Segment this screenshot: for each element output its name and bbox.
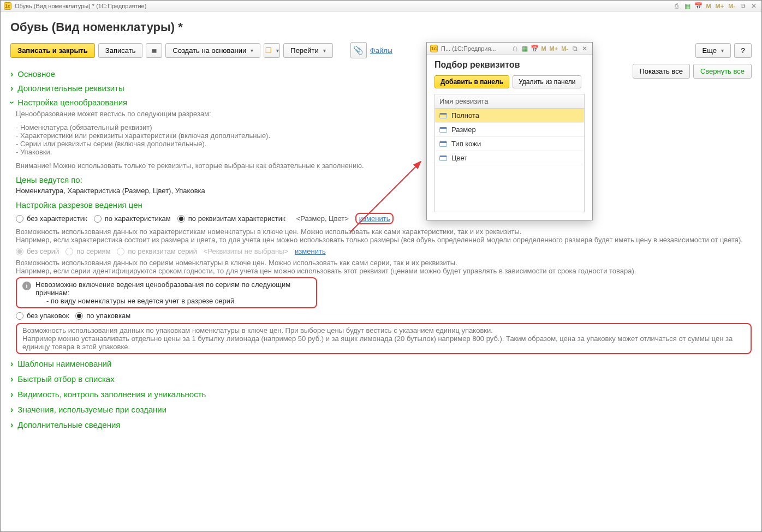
item-icon	[439, 113, 447, 118]
print-icon[interactable]: ⎙	[672, 2, 681, 10]
series-error-head: Невозможно включение ведения ценообразов…	[35, 280, 311, 297]
files-link[interactable]: Файлы	[370, 46, 392, 55]
titlebar: 1c Обувь (Вид номенклатуры) * (1С:Предпр…	[1, 1, 761, 11]
attach-button[interactable]: 📎	[350, 42, 367, 58]
radio-series-props: по реквизитам серий	[117, 247, 197, 255]
popup-mplus[interactable]: M+	[549, 45, 559, 52]
popup-list: Полнота Размер Тип кожи Цвет	[434, 109, 585, 212]
popup-print-icon[interactable]: ⎙	[510, 44, 519, 53]
calc-icon[interactable]: ▦	[683, 2, 692, 10]
popup-remove-button[interactable]: Удалить из панели	[513, 75, 581, 88]
puzzle-button[interactable]: ❐	[264, 43, 280, 58]
calendar-icon[interactable]: 📅	[694, 2, 703, 10]
char-radio-row: без характеристик по характеристикам по …	[16, 213, 752, 224]
list-item[interactable]: Цвет	[435, 151, 584, 165]
main-window: 1c Обувь (Вид номенклатуры) * (1С:Предпр…	[0, 0, 762, 532]
restore-icon[interactable]: ⧉	[739, 2, 747, 10]
help-button[interactable]: ?	[734, 43, 752, 58]
series-error-pane: i Невозможно включение ведения ценообраз…	[16, 277, 317, 308]
pricing-b1: - Номенклатура (обязательный реквизит)	[16, 123, 752, 131]
popup-close-icon[interactable]: ✕	[580, 44, 589, 53]
puzzle-icon: ❐	[265, 46, 272, 55]
prices-by-heading: Цены ведутся по:	[16, 175, 752, 184]
popup-title: П... (1С:Предприя...	[441, 45, 496, 52]
radio-char-props[interactable]: по реквизитам характеристик	[177, 214, 285, 223]
section-visibility[interactable]: Видимость, контроль заполнения и уникаль…	[10, 387, 752, 402]
pack-radio-row: без упаковок по упаковкам	[16, 312, 752, 320]
pricing-b4: - Упаковки.	[16, 148, 752, 156]
mplus-button[interactable]: M+	[715, 3, 725, 9]
paperclip-icon: 📎	[353, 45, 364, 55]
report-button[interactable]: ≣	[146, 43, 162, 58]
radio-char-by[interactable]: по характеристикам	[94, 214, 171, 223]
section-defaults[interactable]: Значения, используемые при создании	[10, 402, 752, 417]
radio-series-none: без серий	[16, 247, 59, 255]
close-icon[interactable]: ✕	[749, 2, 758, 10]
list-item[interactable]: Размер	[435, 123, 584, 137]
radio-pack-none[interactable]: без упаковок	[16, 312, 69, 320]
list-item[interactable]: Полнота	[435, 109, 584, 123]
pack-help: Возможность использования данных по упак…	[22, 326, 745, 351]
section-addl-props[interactable]: Дополнительные реквизиты	[10, 81, 752, 95]
more-button[interactable]: Еще	[695, 43, 731, 58]
pricing-b2: - Характеристики или реквизиты характери…	[16, 131, 752, 140]
popup-mminus[interactable]: M-	[560, 45, 569, 52]
char-change-link[interactable]: изменить	[359, 214, 390, 223]
item-icon	[439, 141, 447, 147]
radio-char-none[interactable]: без характеристик	[16, 214, 87, 223]
popup-window: 1c П... (1С:Предприя... ⎙ ▦ 📅 M M+ M- ⧉ …	[426, 42, 593, 220]
section-pricing[interactable]: Настройка ценообразования	[10, 95, 752, 110]
prices-by-value: Номенклатура, Характеристика (Размер, Цв…	[16, 187, 752, 195]
app-icon: 1c	[4, 2, 11, 10]
char-change-box: изменить	[355, 213, 394, 224]
section-name-templates[interactable]: Шаблоны наименований	[10, 356, 752, 372]
series-error-line: - по виду номенклатуры не ведется учет в…	[35, 297, 311, 305]
char-help: Возможность использования данных по хара…	[16, 228, 752, 244]
popup-calc-icon[interactable]: ▦	[520, 44, 529, 53]
go-button[interactable]: Перейти	[283, 43, 333, 58]
popup-add-button[interactable]: Добавить в панель	[434, 75, 509, 88]
m-button[interactable]: M	[705, 3, 712, 9]
pack-help-pane: Возможность использования данных по упак…	[16, 323, 752, 354]
popup-restore-icon[interactable]: ⧉	[570, 44, 579, 53]
popup-app-icon: 1c	[430, 45, 438, 52]
save-button[interactable]: Записать	[98, 43, 143, 58]
char-selected: <Размер, Цвет>	[296, 214, 349, 223]
info-icon: i	[22, 282, 31, 290]
section-addl-info[interactable]: Дополнительные сведения	[10, 417, 752, 433]
series-help: Возможность использования данных по сери…	[16, 259, 752, 275]
popup-calendar-icon[interactable]: 📅	[530, 44, 539, 53]
item-icon	[439, 127, 447, 133]
pricing-intro: Ценообразование может вестись по следующ…	[16, 110, 752, 118]
page-title: Обувь (Вид номенклатуры) *	[10, 20, 752, 34]
dims-heading: Настройка разрезов ведения цен	[16, 200, 752, 210]
pricing-warning: Внимание! Можно использовать только те р…	[16, 162, 752, 170]
series-radio-row: без серий по сериям по реквизитам серий …	[16, 247, 752, 255]
popup-heading: Подбор реквизитов	[427, 55, 592, 75]
popup-m[interactable]: M	[540, 45, 547, 52]
window-title: Обувь (Вид номенклатуры) * (1С:Предприят…	[15, 3, 146, 9]
popup-list-header: Имя реквизита	[434, 94, 585, 109]
report-icon: ≣	[151, 46, 157, 55]
mminus-button[interactable]: M-	[727, 3, 736, 9]
radio-series-by: по сериям	[66, 247, 110, 255]
radio-pack-by[interactable]: по упаковкам	[75, 312, 130, 320]
create-based-button[interactable]: Создать на основании	[165, 43, 260, 58]
show-all-button[interactable]: Показать все	[633, 64, 690, 79]
list-item[interactable]: Тип кожи	[435, 137, 584, 151]
popup-titlebar: 1c П... (1С:Предприя... ⎙ ▦ 📅 M M+ M- ⧉ …	[427, 43, 592, 55]
section-quick-filter[interactable]: Быстрый отбор в списках	[10, 372, 752, 387]
collapse-all-button[interactable]: Свернуть все	[693, 64, 752, 79]
save-close-button[interactable]: Записать и закрыть	[10, 43, 95, 58]
series-change-link[interactable]: изменить	[295, 247, 326, 255]
pricing-b3: - Серии или реквизиты серии (включая доп…	[16, 140, 752, 148]
main-toolbar: Записать и закрыть Записать ≣ Создать на…	[10, 42, 752, 58]
content-area: Обувь (Вид номенклатуры) * Записать и за…	[1, 11, 761, 531]
item-icon	[439, 156, 447, 161]
series-not-selected: <Реквизиты не выбраны>	[204, 247, 288, 255]
